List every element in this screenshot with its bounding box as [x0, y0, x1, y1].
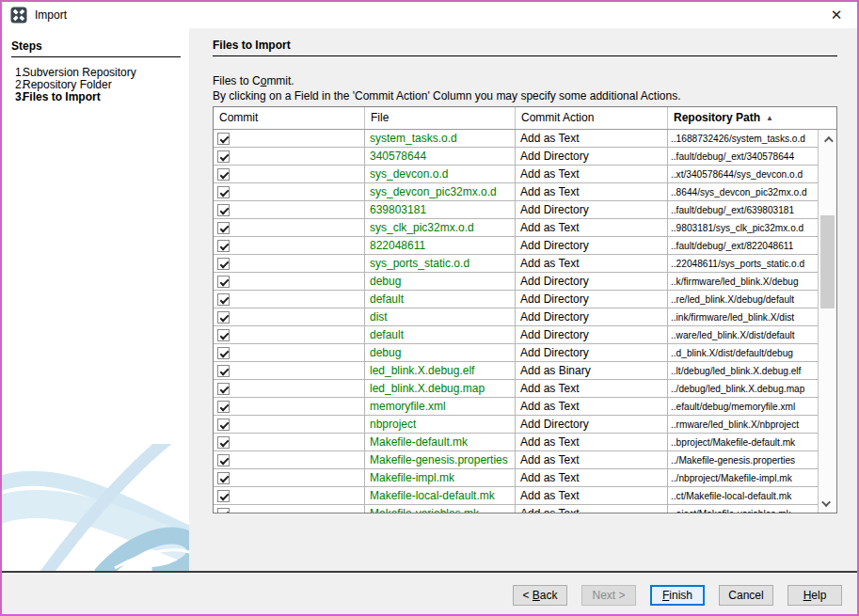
file-cell[interactable]: sys_ports_static.o.d — [365, 255, 516, 272]
commit-action-cell[interactable]: Add as Text — [516, 505, 668, 513]
commit-checkbox[interactable] — [217, 347, 230, 359]
commit-cell[interactable] — [214, 380, 365, 397]
commit-action-cell[interactable]: Add Directory — [516, 201, 668, 218]
commit-checkbox[interactable] — [217, 490, 230, 502]
commit-cell[interactable] — [214, 273, 365, 290]
commit-checkbox[interactable] — [217, 436, 230, 449]
commit-checkbox[interactable] — [217, 401, 230, 413]
file-cell[interactable]: 340578644 — [365, 148, 516, 165]
commit-checkbox[interactable] — [217, 454, 230, 466]
commit-action-cell[interactable]: Add Directory — [516, 237, 668, 254]
file-cell[interactable]: nbproject — [365, 416, 516, 433]
back-button[interactable]: < Back — [513, 585, 567, 606]
commit-checkbox[interactable] — [217, 150, 230, 163]
commit-checkbox[interactable] — [217, 222, 230, 234]
commit-cell[interactable] — [214, 434, 365, 450]
commit-action-cell[interactable]: Add Directory — [516, 308, 668, 325]
commit-checkbox[interactable] — [217, 133, 230, 145]
file-cell[interactable]: sys_devcon.o.d — [365, 166, 516, 182]
commit-action-cell[interactable]: Add as Text — [516, 451, 668, 468]
file-cell[interactable]: system_tasks.o.d — [365, 130, 516, 147]
commit-checkbox[interactable] — [217, 383, 230, 395]
commit-checkbox[interactable] — [217, 204, 230, 216]
commit-cell[interactable] — [214, 416, 365, 433]
commit-cell[interactable] — [214, 469, 365, 486]
commit-action-cell[interactable]: Add as Text — [516, 166, 668, 182]
commit-cell[interactable] — [214, 148, 365, 165]
commit-cell[interactable] — [214, 451, 365, 468]
commit-cell[interactable] — [214, 487, 365, 504]
commit-checkbox[interactable] — [217, 240, 230, 252]
commit-action-cell[interactable]: Add as Text — [516, 380, 668, 397]
commit-action-cell[interactable]: Add as Text — [516, 255, 668, 272]
commit-action-cell[interactable]: Add as Text — [516, 130, 668, 147]
commit-checkbox[interactable] — [217, 276, 230, 288]
commit-checkbox[interactable] — [217, 365, 230, 377]
commit-cell[interactable] — [214, 326, 365, 343]
commit-action-cell[interactable]: Add as Text — [516, 219, 668, 236]
column-header-repository-path[interactable]: Repository Path▲ — [668, 107, 818, 129]
file-cell[interactable]: debug — [365, 344, 516, 361]
vertical-scrollbar[interactable] — [818, 130, 836, 513]
file-cell[interactable]: led_blink.X.debug.map — [365, 380, 516, 397]
commit-checkbox[interactable] — [217, 258, 230, 270]
file-cell[interactable]: Makefile-impl.mk — [365, 469, 516, 486]
commit-action-cell[interactable]: Add Directory — [516, 273, 668, 290]
help-button[interactable]: Help — [787, 585, 842, 606]
commit-checkbox[interactable] — [217, 293, 230, 306]
file-cell[interactable]: Makefile-variables.mk — [365, 505, 516, 513]
commit-cell[interactable] — [214, 291, 365, 308]
file-cell[interactable]: sys_devcon_pic32mx.o.d — [365, 183, 516, 200]
commit-action-cell[interactable]: Add Directory — [516, 344, 668, 361]
commit-cell[interactable] — [214, 344, 365, 361]
commit-action-cell[interactable]: Add as Text — [516, 469, 668, 486]
commit-action-cell[interactable]: Add as Text — [516, 398, 668, 415]
file-cell[interactable]: led_blink.X.debug.elf — [365, 362, 516, 379]
file-cell[interactable]: 639803181 — [365, 201, 516, 218]
next-button[interactable]: Next > — [581, 585, 636, 606]
commit-action-cell[interactable]: Add Directory — [516, 148, 668, 165]
scrollbar-down-button[interactable] — [819, 496, 836, 511]
file-cell[interactable]: Makefile-default.mk — [365, 434, 516, 450]
commit-action-cell[interactable]: Add as Binary — [516, 362, 668, 379]
commit-checkbox[interactable] — [217, 186, 230, 198]
finish-button[interactable]: Finish — [650, 585, 705, 606]
commit-cell[interactable] — [214, 130, 365, 147]
scrollbar-thumb[interactable] — [820, 215, 835, 308]
file-cell[interactable]: Makefile-local-default.mk — [365, 487, 516, 504]
commit-checkbox[interactable] — [217, 419, 230, 431]
commit-cell[interactable] — [214, 166, 365, 182]
commit-checkbox[interactable] — [217, 472, 230, 484]
commit-action-cell[interactable]: Add as Text — [516, 183, 668, 200]
file-cell[interactable]: default — [365, 291, 516, 308]
commit-action-cell[interactable]: Add as Text — [516, 434, 668, 450]
commit-action-cell[interactable]: Add Directory — [516, 326, 668, 343]
commit-cell[interactable] — [214, 398, 365, 415]
commit-cell[interactable] — [214, 219, 365, 236]
column-header-commit[interactable]: Commit — [214, 107, 365, 129]
commit-cell[interactable] — [214, 255, 365, 272]
commit-cell[interactable] — [214, 505, 365, 513]
file-cell[interactable]: default — [365, 326, 516, 343]
commit-cell[interactable] — [214, 308, 365, 325]
commit-checkbox[interactable] — [217, 508, 230, 513]
file-cell[interactable]: Makefile-genesis.properties — [365, 451, 516, 468]
file-cell[interactable]: 822048611 — [365, 237, 516, 254]
file-cell[interactable]: dist — [365, 308, 516, 325]
cancel-button[interactable]: Cancel — [719, 585, 773, 606]
commit-cell[interactable] — [214, 183, 365, 200]
commit-cell[interactable] — [214, 201, 365, 218]
commit-checkbox[interactable] — [217, 329, 230, 341]
commit-checkbox[interactable] — [217, 168, 230, 181]
column-header-commit-action[interactable]: Commit Action — [516, 107, 668, 129]
commit-cell[interactable] — [214, 237, 365, 254]
commit-checkbox[interactable] — [217, 311, 230, 324]
file-cell[interactable]: sys_clk_pic32mx.o.d — [365, 219, 516, 236]
file-cell[interactable]: memoryfile.xml — [365, 398, 516, 415]
commit-action-cell[interactable]: Add Directory — [516, 291, 668, 308]
close-icon[interactable]: ✕ — [821, 3, 851, 27]
commit-cell[interactable] — [214, 362, 365, 379]
commit-action-cell[interactable]: Add as Text — [516, 487, 668, 504]
commit-action-cell[interactable]: Add Directory — [516, 416, 668, 433]
file-cell[interactable]: debug — [365, 273, 516, 290]
